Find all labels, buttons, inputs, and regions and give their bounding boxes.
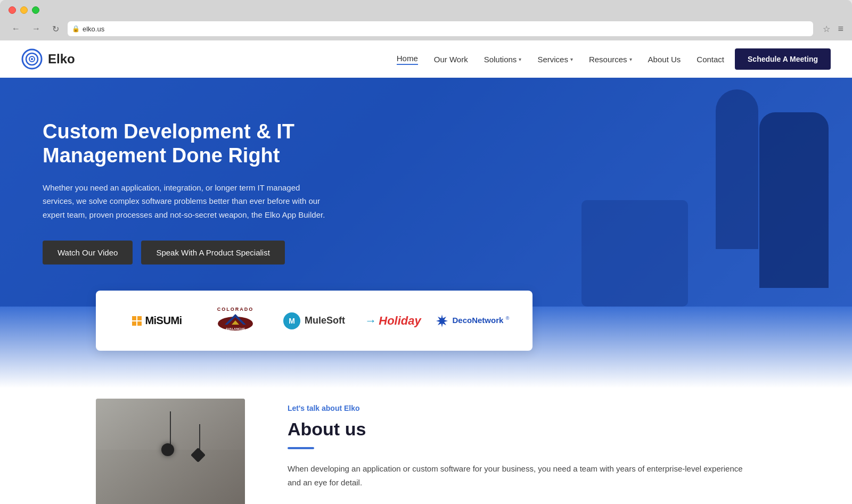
svg-rect-5: [137, 316, 142, 320]
nav-home[interactable]: Home: [397, 54, 418, 65]
misumi-icon: [131, 315, 143, 327]
website-content: Elko Home Our Work Solutions ▾ Services …: [0, 40, 852, 504]
holiday-arrow-icon: →: [365, 314, 376, 328]
about-image: [96, 399, 245, 504]
svg-rect-4: [132, 316, 136, 320]
schedule-meeting-button[interactable]: Schedule A Meeting: [735, 48, 831, 70]
nav-services[interactable]: Services ▾: [537, 55, 573, 64]
minimize-button[interactable]: [20, 6, 28, 14]
hero-background-people: [383, 78, 852, 307]
svg-text:AVALANCHE: AVALANCHE: [226, 327, 245, 331]
bookmark-icon[interactable]: ☆: [823, 24, 830, 34]
address-input[interactable]: [68, 21, 813, 36]
deco-network-text: DecoNetwork: [453, 316, 504, 325]
back-button[interactable]: ←: [9, 23, 23, 35]
nav-links: Home Our Work Solutions ▾ Services ▾ Res…: [397, 54, 724, 65]
logo-mulesoft: M MuleSoft: [275, 312, 354, 329]
about-content: Let's talk about Elko About us When deve…: [288, 399, 756, 489]
svg-point-3: [31, 58, 33, 60]
address-bar-wrap: 🔒: [68, 21, 813, 36]
about-text: When developing an application or custom…: [288, 462, 756, 489]
forward-button[interactable]: →: [29, 23, 44, 35]
mulesoft-circle-icon: M: [283, 312, 300, 329]
svg-rect-6: [132, 321, 136, 326]
background-element: [581, 200, 688, 307]
logo-deco-network: DecoNetwork ®: [432, 313, 511, 328]
logo-misumi: MiSUMi: [117, 315, 196, 327]
hero-section: Custom Development & IT Management Done …: [0, 78, 852, 307]
logo-text: Elko: [48, 52, 75, 67]
nav-contact[interactable]: Contact: [697, 55, 724, 64]
about-divider: [288, 447, 314, 449]
client-logos-bar: MiSUMi COLORADO AVALANCHE: [96, 291, 532, 351]
person-silhouette-1: [716, 89, 758, 249]
lock-icon: 🔒: [72, 25, 80, 32]
hero-buttons: Watch Our Video Speak With A Product Spe…: [43, 241, 330, 265]
logo[interactable]: Elko: [21, 48, 75, 70]
about-eyebrow: Let's talk about Elko: [288, 404, 756, 412]
logo-holiday: → Holiday: [354, 314, 432, 328]
person-silhouette-2: [759, 112, 829, 288]
holiday-text: Holiday: [379, 314, 421, 328]
about-title: About us: [288, 419, 756, 440]
logos-section-wrapper: MiSUMi COLORADO AVALANCHE: [0, 307, 852, 388]
browser-toolbar: ← → ↻ 🔒 ☆ ≡: [0, 18, 852, 40]
logo-icon: [21, 48, 43, 70]
deco-trademark: ®: [506, 316, 510, 321]
deco-star-icon: [435, 313, 449, 328]
hero-content: Custom Development & IT Management Done …: [0, 88, 373, 297]
about-image-inner: [96, 399, 245, 504]
svg-rect-7: [137, 321, 142, 326]
speak-specialist-button[interactable]: Speak With A Product Specialist: [141, 241, 284, 265]
maximize-button[interactable]: [32, 6, 39, 14]
avalanche-logo-icon: AVALANCHE: [217, 313, 254, 332]
refresh-button[interactable]: ↻: [49, 23, 62, 35]
hero-title: Custom Development & IT Management Done …: [43, 120, 330, 168]
watch-video-button[interactable]: Watch Our Video: [43, 241, 133, 265]
about-section: Let's talk about Elko About us When deve…: [0, 388, 852, 504]
browser-window: ← → ↻ 🔒 ☆ ≡ Elko Home: [0, 0, 852, 504]
close-button[interactable]: [9, 6, 16, 14]
nav-about-us[interactable]: About Us: [648, 55, 681, 64]
avalanche-top-text: COLORADO: [217, 307, 254, 312]
menu-icon[interactable]: ≡: [838, 23, 843, 35]
navbar: Elko Home Our Work Solutions ▾ Services …: [0, 40, 852, 78]
nav-resources[interactable]: Resources ▾: [589, 55, 632, 64]
hero-description: Whether you need an application, integra…: [43, 181, 330, 222]
mulesoft-text: MuleSoft: [305, 315, 345, 326]
browser-titlebar: [0, 0, 852, 18]
misumi-text: MiSUMi: [145, 315, 182, 327]
logo-colorado-avalanche: COLORADO AVALANCHE: [196, 307, 275, 335]
nav-solutions[interactable]: Solutions ▾: [484, 55, 522, 64]
nav-our-work[interactable]: Our Work: [434, 55, 468, 64]
